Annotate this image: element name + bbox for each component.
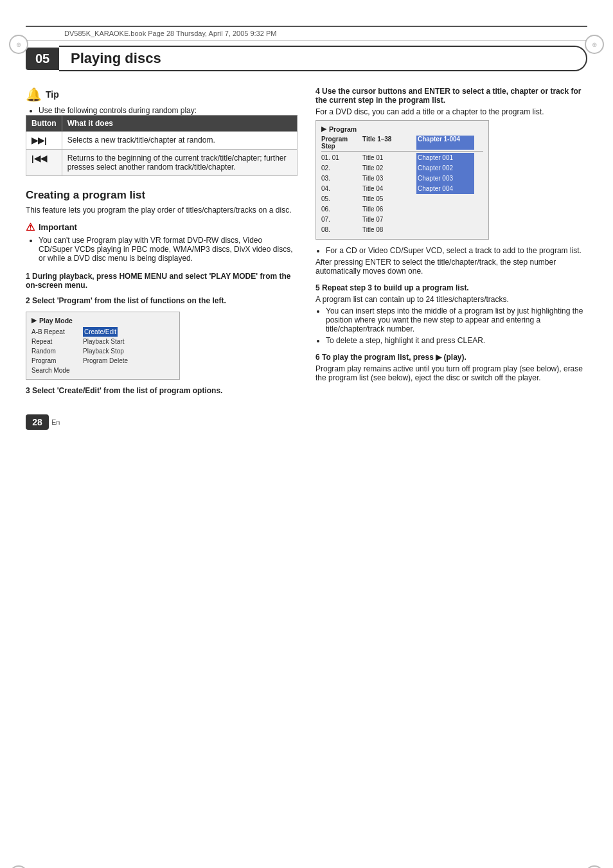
prog-row-2-chapter: Chapter 002: [416, 163, 474, 173]
prog-row-8-title: Title 08: [362, 225, 414, 235]
corner-decoration-tr: ⊕: [585, 35, 604, 54]
prog-row-6-chapter: [416, 204, 474, 215]
prog-row-3-chapter: Chapter 003: [416, 173, 474, 184]
section-intro: This feature lets you program the play o…: [26, 206, 298, 215]
screen-row-2-label: Repeat: [31, 337, 83, 346]
step-5: 5 Repeat step 3 to build up a program li…: [315, 283, 587, 345]
prog-row-4-step: 04.: [321, 184, 360, 194]
important-bullet-1: You can't use Program play with VR forma…: [39, 236, 292, 263]
prog-row-3-title: Title 03: [362, 173, 414, 184]
btn-table-col2-header: What it does: [62, 116, 297, 132]
step-5-text: A program list can contain up to 24 titl…: [315, 295, 587, 304]
screen-row-5: Search Mode: [31, 366, 174, 375]
right-column: 4 Use the cursor buttons and ENTER to se…: [315, 87, 587, 402]
screen-row-1: A-B Repeat Create/Edit: [31, 327, 174, 337]
creating-program-section: Creating a program list This feature let…: [26, 189, 298, 395]
screen-row-2: Repeat Playback Start: [31, 337, 174, 346]
file-info-bar: DV585K_KARAOKE.book Page 28 Thursday, Ap…: [26, 26, 587, 40]
prog-row-6-title: Title 06: [362, 204, 414, 215]
prog-row-4: 04. Title 04 Chapter 004: [321, 184, 483, 194]
step-4-text: For a DVD disc, you can add a title or a…: [315, 107, 587, 116]
tip-intro: Use the following controls during random…: [39, 106, 197, 115]
step-5-bullet-2: To delete a step, highlight it and press…: [326, 336, 587, 345]
prog-header-col3: Chapter 1-004: [416, 136, 474, 150]
button-desc-2: Returns to the beginning of the current …: [67, 154, 287, 172]
screen-row-5-label: Search Mode: [31, 366, 83, 375]
step-6-heading: 6 To play the program list, press ▶ (pla…: [315, 353, 587, 362]
button-symbol-2: |◀◀: [31, 154, 47, 163]
prog-row-1: 01. 01 Title 01 Chapter 001: [321, 153, 483, 163]
page-number: 28: [26, 414, 49, 430]
prog-row-1-chapter: Chapter 001: [416, 153, 474, 163]
prog-row-1-step: 01. 01: [321, 153, 360, 163]
screen-row-3: Random Playback Stop: [31, 346, 174, 356]
important-content: You can't use Program play with VR forma…: [28, 236, 298, 263]
corner-decoration-tl: ⊕: [9, 35, 28, 54]
prog-row-5-title: Title 05: [362, 194, 414, 204]
tip-content: Use the following controls during random…: [28, 106, 298, 115]
button-symbol-1: ▶▶|: [31, 136, 47, 145]
important-label: Important: [39, 222, 77, 232]
prog-row-7-title: Title 07: [362, 215, 414, 225]
prog-row-6: 06. Title 06: [321, 204, 483, 215]
prog-row-3-step: 03.: [321, 173, 360, 184]
prog-row-5-chapter: [416, 194, 474, 204]
step-6-text: Program play remains active until you tu…: [315, 364, 587, 382]
important-icon: ⚠: [26, 221, 35, 233]
step-4: 4 Use the cursor buttons and ENTER to se…: [315, 87, 587, 276]
step-6: 6 To play the program list, press ▶ (pla…: [315, 353, 587, 382]
table-row: |◀◀ Returns to the beginning of the curr…: [26, 150, 298, 176]
step-1-heading: 1 During playback, press HOME MENU and s…: [26, 272, 298, 290]
section-heading: Creating a program list: [26, 189, 298, 202]
page: ⊕ ⊕ ⊕ ⊕ DV585K_KARAOKE.book Page 28 Thur…: [0, 26, 613, 868]
prog-row-3: 03. Title 03 Chapter 003: [321, 173, 483, 184]
prog-row-5-step: 05.: [321, 194, 360, 204]
chapter-title: Playing discs: [59, 46, 587, 71]
left-column: 🔔 Tip Use the following controls during …: [26, 87, 298, 402]
prog-row-6-step: 06.: [321, 204, 360, 215]
btn-table-col1-header: Button: [26, 116, 62, 132]
page-lang: En: [51, 418, 60, 426]
screen-row-3-label: Random: [31, 346, 83, 356]
button-desc-1: Selects a new track/title/chapter at ran…: [67, 136, 215, 145]
step-3-heading: 3 Select 'Create/Edit' from the list of …: [26, 386, 298, 395]
tip-icon: 🔔: [26, 87, 42, 102]
screen-row-3-value: Playback Stop: [83, 346, 124, 356]
program-screen-icon: ▶: [321, 125, 326, 133]
important-header: ⚠ Important: [26, 221, 298, 233]
prog-row-2-step: 02.: [321, 163, 360, 173]
play-mode-screen: ▶ Play Mode A-B Repeat Create/Edit Repea…: [26, 312, 180, 380]
step-5-bullets: You can insert steps into the middle of …: [326, 306, 587, 345]
screen-title-text: Play Mode: [39, 317, 73, 324]
tip-button-table: Button What it does ▶▶| Selects a new tr…: [26, 115, 298, 176]
step-3: 3 Select 'Create/Edit' from the list of …: [26, 386, 298, 395]
step-4-cd-bullet: For a CD or Video CD/Super VCD, select a…: [326, 246, 582, 255]
step-4-after-enter: After pressing ENTER to select the title…: [315, 258, 587, 276]
prog-row-8-chapter: [416, 225, 474, 235]
screen-row-1-value: Create/Edit: [83, 327, 118, 337]
screen-row-2-value: Playback Start: [83, 337, 124, 346]
footer: 28 En: [26, 414, 587, 430]
prog-row-5: 05. Title 05: [321, 194, 483, 204]
important-box: ⚠ Important You can't use Program play w…: [26, 221, 298, 263]
step-4-heading: 4 Use the cursor buttons and ENTER to se…: [315, 87, 587, 105]
prog-row-7-step: 07.: [321, 215, 360, 225]
prog-row-8-step: 08.: [321, 225, 360, 235]
file-info-text: DV585K_KARAOKE.book Page 28 Thursday, Ap…: [64, 30, 276, 37]
content-area: 🔔 Tip Use the following controls during …: [26, 87, 587, 402]
prog-row-4-title: Title 04: [362, 184, 414, 194]
prog-row-2-title: Title 02: [362, 163, 414, 173]
table-row: ▶▶| Selects a new track/title/chapter at…: [26, 132, 298, 150]
prog-row-1-title: Title 01: [362, 153, 414, 163]
program-table-header: Program Step Title 1–38 Chapter 1-004: [321, 136, 483, 152]
tip-header: 🔔 Tip: [26, 87, 298, 102]
step-4-bullet: For a CD or Video CD/Super VCD, select a…: [315, 246, 587, 255]
step-2: 2 Select 'Program' from the list of func…: [26, 296, 298, 305]
chapter-header: 05 Playing discs: [26, 46, 587, 71]
tip-label: Tip: [46, 89, 59, 100]
step-5-heading: 5 Repeat step 3 to build up a program li…: [315, 283, 587, 292]
step-5-bullet-1: You can insert steps into the middle of …: [326, 306, 587, 333]
step-1: 1 During playback, press HOME MENU and s…: [26, 272, 298, 290]
chapter-number: 05: [26, 48, 59, 70]
program-screen-title-bar: ▶ Program: [321, 125, 483, 133]
